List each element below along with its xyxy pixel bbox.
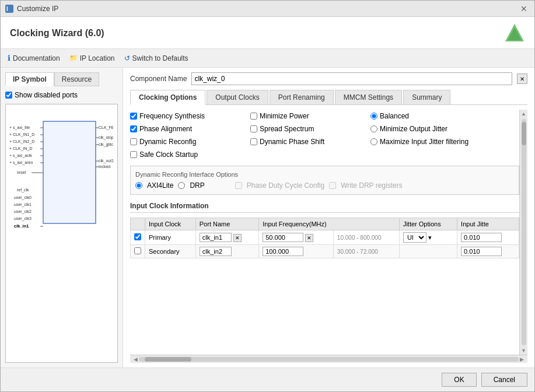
primary-port-clear-btn[interactable]: ✕ <box>233 234 242 242</box>
col-header-freq: Input Frequency(MHz) <box>259 218 400 230</box>
tab-mmcm-settings[interactable]: MMCM Settings <box>335 90 402 104</box>
header-section: Clocking Wizard (6.0) <box>1 17 534 49</box>
input-clock-section: Input Clock Information Input Clock Port… <box>130 202 519 258</box>
spread-spectrum-checkbox[interactable] <box>250 125 257 132</box>
secondary-jitter-cell <box>399 245 457 258</box>
ip-location-link[interactable]: 📁 IP Location <box>69 54 115 62</box>
cancel-button[interactable]: Cancel <box>481 373 527 387</box>
wizard-logo-icon <box>504 23 525 44</box>
tab-resource[interactable]: Resource <box>54 72 99 86</box>
minimize-power-checkbox[interactable] <box>250 113 257 120</box>
col-header-jitter-opt: Jitter Options <box>399 218 457 230</box>
svg-text:locked: locked <box>99 164 110 169</box>
tab-output-clocks[interactable]: Output Clocks <box>207 90 268 104</box>
secondary-row-checkbox[interactable] <box>134 247 141 254</box>
dynamic-reconfig-title: Dynamic Reconfig Interface Options <box>135 171 514 178</box>
dynamic-right: Phase Duty Cycle Config Write DRP regist… <box>235 181 403 190</box>
close-button[interactable]: ✕ <box>518 3 530 15</box>
toolbar: ℹ Documentation 📁 IP Location ↺ Switch t… <box>1 49 534 68</box>
footer: OK Cancel <box>1 368 534 391</box>
primary-freq-clear-btn[interactable]: ✕ <box>305 234 313 242</box>
svg-text:clk_glitch(0): clk_glitch(0) <box>99 142 113 147</box>
vertical-scrollbar[interactable]: ▲ ▼ <box>519 110 527 355</box>
primary-input-clock-cell: Primary <box>145 230 196 245</box>
show-disabled-label: Show disabled ports <box>15 91 78 99</box>
safe-clock-checkbox[interactable] <box>130 151 137 158</box>
horizontal-scrollbar[interactable]: ◀ ▶ <box>130 355 527 363</box>
hscroll-track[interactable] <box>139 357 519 362</box>
dynamic-left: AXI4Lite DRP <box>135 181 205 190</box>
primary-port-name-input[interactable] <box>200 233 232 242</box>
minimize-jitter-radio[interactable] <box>370 125 377 132</box>
input-clock-title: Input Clock Information <box>130 202 519 213</box>
primary-freq-input[interactable] <box>263 233 303 242</box>
dynamic-phase-shift-checkbox[interactable] <box>250 138 257 145</box>
spread-spectrum-label: Spread Spectrum <box>260 125 314 133</box>
secondary-jitter-val-input[interactable] <box>461 247 502 256</box>
tab-clocking-options[interactable]: Clocking Options <box>130 90 205 105</box>
ok-button[interactable]: OK <box>442 373 476 387</box>
primary-row-checkbox[interactable] <box>134 233 141 240</box>
axi4lite-radio[interactable] <box>135 182 142 189</box>
refresh-icon: ↺ <box>124 54 130 62</box>
switch-defaults-link[interactable]: ↺ Switch to Defaults <box>124 54 188 62</box>
component-name-clear-button[interactable]: ✕ <box>517 74 527 84</box>
maximize-jitter-filter-radio[interactable] <box>370 138 377 145</box>
show-disabled-row: Show disabled ports <box>5 91 118 99</box>
tab-ip-symbol[interactable]: IP Symbol <box>5 72 54 86</box>
tab-port-renaming[interactable]: Port Renaming <box>270 90 334 104</box>
title-text: Customize IP <box>17 5 58 13</box>
phase-duty-checkbox[interactable] <box>235 182 242 189</box>
svg-text:reset: reset <box>17 170 26 174</box>
tab-content-wrapper: Frequency Synthesis Phase Alignment Dyna… <box>130 110 527 355</box>
write-drp-checkbox[interactable] <box>329 182 336 189</box>
dynamic-reconfig-checkbox[interactable] <box>130 138 137 145</box>
hscroll-thumb <box>145 357 191 362</box>
primary-jitter-dropdown-icon: ▾ <box>428 234 432 241</box>
balanced-label: Balanced <box>380 112 409 120</box>
minimize-power-label: Minimize Power <box>260 112 309 120</box>
primary-checkbox-cell <box>131 230 145 245</box>
secondary-input-clock-cell: Secondary <box>145 245 196 258</box>
maximize-jitter-filter-option: Maximize Input Jitter filtering <box>370 138 519 146</box>
col-header-checkbox <box>131 218 145 230</box>
balanced-radio[interactable] <box>370 113 377 120</box>
primary-jitter-val-input[interactable] <box>461 233 502 242</box>
clocking-col2: Minimize Power Spread Spectrum Dynamic P… <box>250 112 367 159</box>
tab-scrollable[interactable]: Frequency Synthesis Phase Alignment Dyna… <box>130 110 519 355</box>
doc-link[interactable]: ℹ Documentation <box>8 54 60 62</box>
balanced-option: Balanced <box>370 112 519 120</box>
phase-duty-label: Phase Duty Cycle Config <box>247 181 324 190</box>
primary-jitter-select[interactable]: UI PS <box>403 232 426 243</box>
svg-text:ref_clk: ref_clk <box>17 188 29 192</box>
switch-defaults-label: Switch to Defaults <box>132 54 188 62</box>
component-name-label: Component Name <box>130 75 187 83</box>
spread-spectrum-option: Spread Spectrum <box>250 125 367 133</box>
secondary-freq-input[interactable] <box>263 247 303 256</box>
svg-text:+ s_axi_lite: + s_axi_lite <box>9 125 30 130</box>
svg-text:CLK_FB_OUT_D +: CLK_FB_OUT_D + <box>99 125 113 130</box>
drp-radio[interactable] <box>178 182 185 189</box>
minimize-power-option: Minimize Power <box>250 112 367 120</box>
frequency-synthesis-checkbox[interactable] <box>130 113 137 120</box>
right-panel: Component Name ✕ Clocking Options Output… <box>123 68 534 368</box>
tab-summary[interactable]: Summary <box>403 90 450 104</box>
secondary-port-name-input[interactable] <box>200 247 232 256</box>
svg-text:user_clk1: user_clk1 <box>14 202 32 207</box>
primary-freq-cell: ✕ <box>259 230 334 245</box>
left-panel: IP Symbol Resource Show disabled ports +… <box>1 68 123 368</box>
drp-label: DRP <box>190 181 204 190</box>
component-name-input[interactable] <box>191 72 512 85</box>
phase-alignment-checkbox[interactable] <box>130 125 137 132</box>
clock-table-wrapper[interactable]: Input Clock Port Name Input Frequency(MH… <box>130 218 519 258</box>
show-disabled-checkbox[interactable] <box>5 92 12 99</box>
clocking-options-grid: Frequency Synthesis Phase Alignment Dyna… <box>130 110 519 159</box>
vscroll-thumb <box>522 122 526 145</box>
wizard-title-text: Clocking Wizard (6.0) <box>10 28 104 38</box>
svg-text:user_clk2: user_clk2 <box>14 209 32 214</box>
vscroll-track[interactable] <box>522 119 526 345</box>
main-content: IP Symbol Resource Show disabled ports +… <box>1 68 534 368</box>
frequency-synthesis-option: Frequency Synthesis <box>130 112 247 120</box>
secondary-port-name-cell <box>195 245 258 258</box>
ip-symbol-content: + s_axi_lite + CLK_IN1_D + CLK_IN2_D + C… <box>6 104 117 233</box>
